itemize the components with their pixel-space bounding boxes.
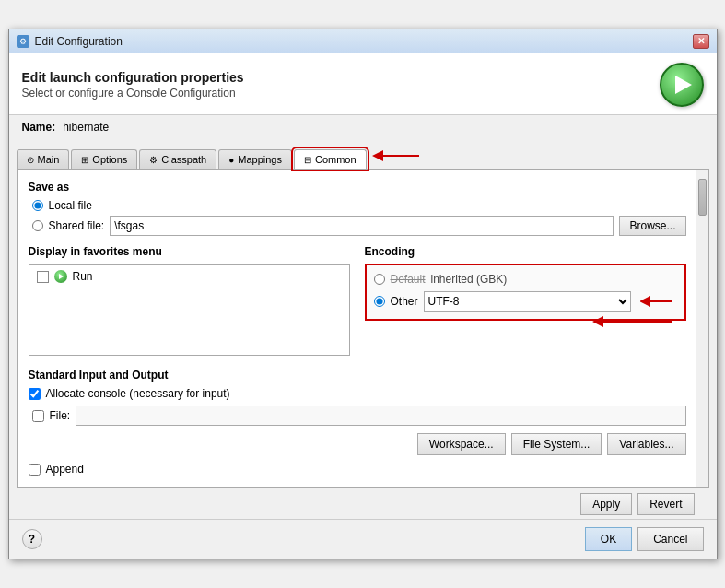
append-row: Append [29, 463, 686, 476]
help-button[interactable]: ? [22, 529, 42, 549]
allocate-console-checkbox[interactable] [29, 388, 41, 400]
append-label: Append [46, 463, 84, 476]
allocate-console-label: Allocate console (necessary for input) [46, 387, 230, 400]
workspace-button[interactable]: Workspace... [417, 433, 506, 455]
encoding-other-label: Other [391, 295, 418, 308]
encoding-inherited-label: inherited (GBK) [431, 273, 508, 286]
local-file-row: Local file [32, 199, 686, 212]
scrollbar-thumb[interactable] [698, 179, 707, 216]
tab-main[interactable]: ⊙ Main [17, 149, 70, 169]
run-checkbox[interactable] [37, 271, 49, 283]
window-icon: ⚙ [17, 35, 29, 48]
header-section: Edit launch configuration properties Sel… [9, 53, 717, 115]
footer-left: ? [22, 529, 42, 549]
filesystem-button[interactable]: File System... [511, 433, 602, 455]
encoding-section: Encoding Default inherit [365, 245, 686, 356]
tab-mappings-label: Mappings [238, 154, 282, 165]
name-value: hibernate [63, 121, 109, 134]
cancel-button[interactable]: Cancel [637, 527, 703, 551]
tab-classpath[interactable]: ⚙ Classpath [139, 149, 216, 169]
header-subtitle: Select or configure a Console Configurat… [22, 87, 244, 100]
run-item-label: Run [73, 270, 93, 283]
close-button[interactable]: ✕ [693, 34, 709, 49]
name-label: Name: [22, 121, 56, 134]
tab-options[interactable]: ⊞ Options [71, 149, 137, 169]
browse-button[interactable]: Browse... [619, 216, 685, 236]
save-as-label: Save as [29, 181, 686, 194]
encoding-arrow [589, 312, 681, 331]
classpath-tab-icon: ⚙ [149, 155, 158, 165]
title-bar-left: ⚙ Edit Configuration [17, 35, 123, 48]
file-label: File: [50, 409, 71, 422]
encoding-other-radio[interactable] [374, 296, 385, 307]
arrow-annotation [368, 143, 424, 169]
two-column-layout: Display in favorites menu Run Encoding [29, 245, 686, 356]
ok-button[interactable]: OK [585, 527, 632, 551]
shared-file-radio[interactable] [32, 220, 43, 231]
favorites-section: Display in favorites menu Run [29, 245, 350, 356]
variables-button[interactable]: Variables... [607, 433, 685, 455]
shared-file-row: Shared file: Browse... [32, 216, 686, 236]
tab-classpath-label: Classpath [161, 154, 206, 165]
common-tab-icon: ⊟ [304, 155, 311, 165]
footer-section: ? OK Cancel [9, 519, 717, 559]
run-icon [675, 76, 692, 94]
encoding-select[interactable]: UTF-8 UTF-16 ISO-8859-1 GBK [424, 291, 631, 312]
revert-button[interactable]: Revert [637, 493, 694, 515]
name-row: Name: hibernate [9, 115, 717, 139]
file-input[interactable] [76, 406, 685, 426]
encoding-label: Encoding [365, 245, 686, 258]
apply-button[interactable]: Apply [580, 493, 632, 515]
tab-common-label: Common [315, 154, 357, 165]
header-text: Edit launch configuration properties Sel… [22, 70, 244, 100]
run-item-icon [54, 270, 67, 283]
favorites-run-item: Run [33, 268, 345, 285]
append-checkbox[interactable] [29, 464, 41, 476]
apply-revert-row: Apply Revert [9, 488, 717, 519]
allocate-console-row: Allocate console (necessary for input) [29, 387, 686, 400]
shared-path-input[interactable] [110, 216, 614, 236]
footer-right: OK Cancel [585, 527, 704, 551]
tab-main-label: Main [38, 154, 60, 165]
edit-configuration-window: ⚙ Edit Configuration ✕ Edit launch confi… [8, 29, 718, 559]
run-icon-triangle [59, 274, 64, 279]
utf8-arrow [640, 292, 677, 311]
encoding-default-row: Default inherited (GBK) [374, 273, 677, 286]
standard-io-label: Standard Input and Output [29, 369, 686, 382]
encoding-default-radio[interactable] [374, 274, 385, 285]
local-file-radio[interactable] [32, 200, 43, 211]
options-tab-icon: ⊞ [81, 155, 88, 165]
header-title: Edit launch configuration properties [22, 70, 244, 85]
tab-mappings[interactable]: ● Mappings [218, 149, 292, 169]
favorites-box: Run [29, 264, 350, 356]
tab-common[interactable]: ⊟ Common [294, 149, 367, 169]
shared-file-label: Shared file: [49, 219, 105, 232]
encoding-default-label: Default [391, 273, 426, 286]
file-row: File: [32, 406, 686, 426]
file-checkbox[interactable] [32, 410, 44, 422]
encoding-other-row: Other UTF-8 UTF-16 ISO-8859-1 GBK [374, 291, 677, 312]
title-bar: ⚙ Edit Configuration ✕ [9, 29, 717, 53]
local-file-label: Local file [49, 199, 92, 212]
window-title: Edit Configuration [35, 35, 123, 48]
main-tab-icon: ⊙ [27, 155, 34, 165]
mappings-tab-icon: ● [228, 155, 234, 165]
tab-options-label: Options [92, 154, 127, 165]
save-as-options: Local file Shared file: Browse... [32, 199, 686, 236]
io-buttons-row: Workspace... File System... Variables... [29, 433, 686, 455]
encoding-box: Default inherited (GBK) Other UTF-8 UTF-… [365, 264, 686, 321]
run-button[interactable] [660, 63, 704, 107]
favorites-label: Display in favorites menu [29, 245, 350, 258]
tabs-bar: ⊙ Main ⊞ Options ⚙ Classpath ● Mappings … [9, 139, 717, 169]
scrollbar-track[interactable] [696, 170, 708, 487]
standard-io-section: Standard Input and Output Allocate conso… [29, 369, 686, 476]
content-area: Save as Local file Shared file: Browse..… [17, 169, 709, 488]
